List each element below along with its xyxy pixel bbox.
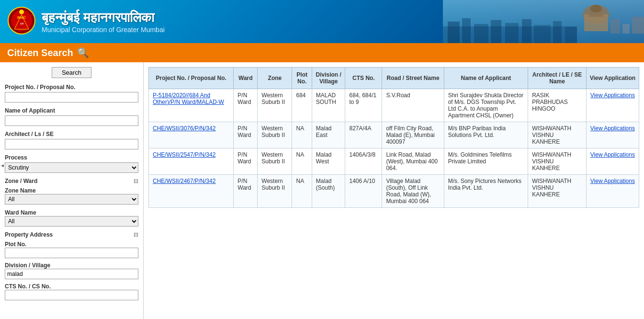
svg-rect-18: [491, 20, 501, 43]
zone-ward-collapse-icon[interactable]: ⊟: [134, 178, 138, 184]
architect-input[interactable]: [5, 139, 138, 149]
svg-rect-22: [553, 21, 562, 43]
property-header: Property Address ⊟: [5, 231, 138, 238]
cell-zone: Western Suburb II: [258, 148, 292, 175]
header-title-english: Municipal Corporation of Greater Mumbai: [42, 26, 165, 34]
project-no-label: Project No. / Proposal No.: [5, 84, 138, 91]
cell-division: MALAD SOUTH: [312, 89, 345, 122]
col-header-ward: Ward: [234, 68, 258, 89]
cell-road: Link Road, Malad (West), Mumbai 400 064.: [382, 148, 444, 175]
zone-name-label: Zone Name: [5, 187, 36, 194]
ward-name-section: Ward Name All P/N Ward K/W Ward H/W Ward: [5, 209, 138, 227]
cts-no-input[interactable]: [5, 290, 138, 300]
cell-plot: NA: [292, 175, 312, 208]
svg-rect-12: [622, 24, 630, 34]
svg-text:मुंबई: मुंबई: [20, 22, 24, 25]
cell-division: Malad East: [312, 122, 345, 148]
col-header-zone: Zone: [258, 68, 292, 89]
collapse-toggle[interactable]: ◄: [0, 163, 5, 168]
sidebar: ◄ Search Project No. / Proposal No. Name…: [0, 62, 144, 319]
table-header-row: Project No. / Proposal No. Ward Zone Plo…: [149, 68, 639, 89]
zone-name-select[interactable]: All Western Suburb Eastern Suburb City: [5, 194, 138, 205]
cell-applicant: M/s. Sony Pictures Networks India Pvt. L…: [444, 175, 528, 208]
project-no-section: Project No. / Proposal No.: [5, 84, 138, 103]
cell-view-link[interactable]: View Applications: [586, 122, 639, 148]
cell-zone: Western Suburb II: [258, 89, 292, 122]
col-header-road: Road / Street Name: [382, 68, 444, 89]
header-title-hindi: बृहन्मुंबई महानगरपालिका: [42, 10, 165, 26]
cell-zone: Western Suburb II: [258, 122, 292, 148]
page-header: BMC मुंबई बृहन्मुंबई महानगरपालिका Munici…: [0, 0, 644, 43]
cell-road: off Film City Road, Malad (E), Mumbai 40…: [382, 122, 444, 148]
architect-label: Architect / Ls / SE: [5, 131, 138, 137]
cell-architect: WISHWANATH VISHNU KANHERE: [528, 122, 587, 148]
main-content: Project No. / Proposal No. Ward Zone Plo…: [144, 62, 644, 319]
zone-ward-header: Zone / Ward ⊟: [5, 178, 138, 184]
cell-ward: P/N Ward: [234, 89, 258, 122]
logo: BMC मुंबई: [7, 5, 36, 38]
table-row: CHE/WSII/3076/P/N/342P/N WardWestern Sub…: [149, 122, 639, 148]
results-table: Project No. / Proposal No. Ward Zone Plo…: [148, 67, 639, 208]
division-village-input[interactable]: [5, 269, 138, 279]
process-section: Process Scrutiny Approval Completion: [5, 154, 138, 173]
property-address-section: Property Address ⊟ Plot No. Division / V…: [5, 231, 138, 300]
cell-proposal-link[interactable]: CHE/WSII/3076/P/N/342: [149, 122, 234, 148]
col-header-applicant: Name of Applicant: [444, 68, 528, 89]
process-select[interactable]: Scrutiny Approval Completion: [5, 162, 138, 173]
search-magnifier-icon: 🔍: [77, 47, 89, 58]
applicant-section: Name of Applicant: [5, 107, 138, 126]
svg-rect-13: [632, 17, 644, 34]
cell-cts: 684, 684/1 to 9: [345, 89, 382, 122]
project-no-input[interactable]: [5, 92, 138, 103]
cell-ward: P/N Ward: [234, 122, 258, 148]
search-button[interactable]: Search: [52, 67, 91, 78]
cell-architect: WISHWANATH VISHNU KANHERE: [528, 175, 587, 208]
svg-rect-19: [505, 23, 519, 43]
property-label: Property Address: [5, 231, 53, 238]
svg-rect-20: [522, 19, 531, 43]
search-button-container: Search: [5, 67, 138, 78]
cell-proposal-link[interactable]: CHE/WSII/2547/P/N/342: [149, 148, 234, 175]
cell-proposal-link[interactable]: P-5184/2020/(684 And Other)/P/N Ward/MAL…: [149, 89, 234, 122]
plot-no-input[interactable]: [5, 248, 138, 258]
ward-name-label: Ward Name: [5, 209, 36, 216]
col-header-plot: Plot No.: [292, 68, 312, 89]
division-village-label: Division / Village: [5, 262, 50, 269]
col-header-view: View Application: [586, 68, 639, 89]
cell-road: Village Malad (South), Off Link Road, Ma…: [382, 175, 444, 208]
cell-ward: P/N Ward: [234, 175, 258, 208]
cell-ward: P/N Ward: [234, 148, 258, 175]
zone-ward-section: Zone / Ward ⊟ Zone Name All Western Subu…: [5, 178, 138, 227]
header-skyline-decoration: [443, 0, 644, 43]
col-header-cts: CTS No.: [345, 68, 382, 89]
cell-applicant: M/s BNP Paribas India Solutions Pvt. Ltd…: [444, 122, 528, 148]
cell-applicant: Shri Surajdev Shukla Director of M/s. DG…: [444, 89, 528, 122]
table-row: CHE/WSII/2547/P/N/342P/N WardWestern Sub…: [149, 148, 639, 175]
citizen-bar-label: Citizen Search: [7, 47, 73, 58]
cell-view-link[interactable]: View Applications: [586, 148, 639, 175]
svg-rect-23: [565, 27, 577, 43]
process-label: Process: [5, 154, 138, 161]
header-text: बृहन्मुंबई महानगरपालिका Municipal Corpor…: [42, 10, 165, 34]
ward-name-select[interactable]: All P/N Ward K/W Ward H/W Ward: [5, 216, 138, 227]
cts-no-label: CTS No. / CS No.: [5, 283, 51, 290]
svg-point-5: [19, 10, 24, 14]
cell-view-link[interactable]: View Applications: [586, 175, 639, 208]
svg-point-10: [590, 5, 602, 12]
cell-division: Malad (South): [312, 175, 345, 208]
svg-rect-16: [462, 18, 471, 43]
cell-proposal-link[interactable]: CHE/WSII/2467/P/N/342: [149, 175, 234, 208]
col-header-division: Division / Village: [312, 68, 345, 89]
applicant-label: Name of Applicant: [5, 107, 138, 114]
svg-rect-15: [448, 22, 460, 43]
property-collapse-icon[interactable]: ⊟: [134, 231, 138, 238]
cell-architect: WISHWANATH VISHNU KANHERE: [528, 148, 587, 175]
cell-road: S.V.Road: [382, 89, 444, 122]
table-row: P-5184/2020/(684 And Other)/P/N Ward/MAL…: [149, 89, 639, 122]
cell-view-link[interactable]: View Applications: [586, 89, 639, 122]
cell-cts: 1406 A/10: [345, 175, 382, 208]
svg-rect-17: [474, 24, 488, 43]
cell-plot: 684: [292, 89, 312, 122]
applicant-input[interactable]: [5, 115, 138, 126]
svg-rect-21: [534, 25, 551, 43]
